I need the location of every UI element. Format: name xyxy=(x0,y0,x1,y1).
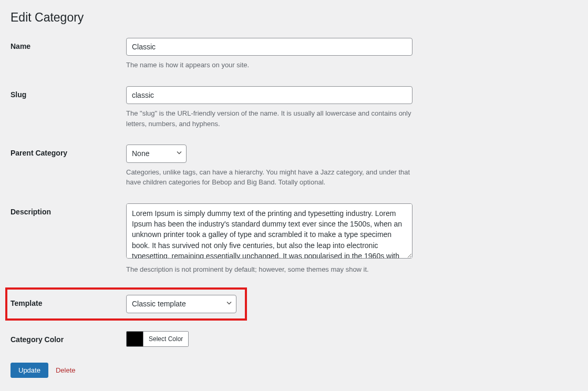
color-swatch[interactable] xyxy=(127,332,143,346)
delete-link[interactable]: Delete xyxy=(56,366,76,374)
color-label: Category Color xyxy=(11,335,64,344)
form-actions: Update Delete xyxy=(11,363,577,378)
row-template: Template Classic template xyxy=(5,287,247,320)
color-picker: Select Color xyxy=(126,331,189,347)
name-input[interactable] xyxy=(126,38,412,56)
row-color: Category Color Select Color xyxy=(11,331,577,347)
parent-select[interactable]: None xyxy=(126,145,187,162)
page-title: Edit Category xyxy=(11,11,577,25)
description-help: The description is not prominent by defa… xyxy=(126,264,412,275)
template-label: Template xyxy=(11,299,42,307)
description-textarea[interactable] xyxy=(126,203,412,259)
row-slug: Slug The "slug" is the URL-friendly vers… xyxy=(11,86,577,129)
row-parent: Parent Category None Categories, unlike … xyxy=(11,145,577,187)
update-button[interactable]: Update xyxy=(11,363,48,378)
parent-help: Categories, unlike tags, can have a hier… xyxy=(126,167,412,188)
template-select[interactable]: Classic template xyxy=(126,295,236,313)
name-label: Name xyxy=(11,42,30,50)
slug-input[interactable] xyxy=(126,86,412,104)
slug-label: Slug xyxy=(11,90,26,99)
edit-category-form: Name The name is how it appears on your … xyxy=(11,38,577,347)
slug-help: The "slug" is the URL-friendly version o… xyxy=(126,108,412,129)
parent-label: Parent Category xyxy=(11,149,67,157)
row-description: Description The description is not promi… xyxy=(11,203,577,275)
select-color-button[interactable]: Select Color xyxy=(143,332,188,346)
name-help: The name is how it appears on your site. xyxy=(126,60,412,70)
row-name: Name The name is how it appears on your … xyxy=(11,38,577,70)
description-label: Description xyxy=(11,208,51,216)
